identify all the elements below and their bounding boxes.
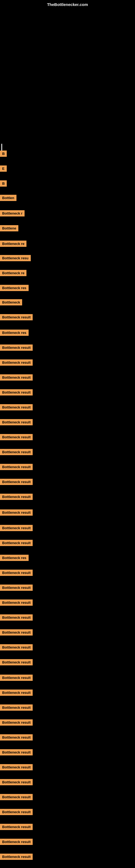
result-badge[interactable]: Bottleneck res <box>0 285 29 291</box>
result-badge[interactable]: Bottleneck re <box>0 241 27 247</box>
result-badge[interactable]: Bottleneck result <box>0 585 33 591</box>
result-row: Bottleneck result <box>0 749 33 757</box>
result-badge[interactable]: Bottleneck result <box>0 464 33 470</box>
result-badge[interactable]: Bottleneck r <box>0 210 25 216</box>
result-badge[interactable]: Bottleneck result <box>0 839 33 845</box>
result-badge[interactable]: Bottleneck result <box>0 494 33 500</box>
result-badge[interactable]: Bottleneck result <box>0 569 33 576</box>
result-row: Bottleneck result <box>0 449 33 457</box>
result-row: Bottleneck result <box>0 404 33 412</box>
result-row: Bottleneck re <box>0 270 27 278</box>
result-badge[interactable]: Bottleneck result <box>0 659 33 665</box>
result-badge[interactable]: Bottleneck result <box>0 779 33 785</box>
result-row: Bottleneck result <box>0 434 33 442</box>
result-badge[interactable]: Bottleneck result <box>0 389 33 396</box>
result-row: Bottleneck result <box>0 374 33 382</box>
result-badge[interactable]: Bottleneck result <box>0 419 33 425</box>
result-badge[interactable]: Bottleneck result <box>0 525 33 531</box>
result-badge[interactable]: Bottleneck result <box>0 764 33 770</box>
result-badge[interactable]: Bottleneck res <box>0 330 29 336</box>
result-row: Bottleneck result <box>0 569 33 578</box>
result-row: Bottleneck res <box>0 555 29 563</box>
result-row: Bottleneck result <box>0 809 33 817</box>
result-row: Bottleneck result <box>0 464 33 472</box>
result-badge[interactable]: Bottleneck result <box>0 314 33 320</box>
result-badge[interactable]: Bottleneck result <box>0 404 33 410</box>
result-badge[interactable]: Bottleneck result <box>0 705 33 711</box>
result-badge[interactable]: Bottleneck <box>0 299 22 305</box>
result-badge[interactable]: Bottleneck result <box>0 599 33 606</box>
result-badge[interactable]: Bottleneck result <box>0 854 33 860</box>
result-row: Bottleneck res <box>0 285 29 293</box>
result-row: Bottleneck result <box>0 779 33 787</box>
result-row: Bottleneck result <box>0 540 33 548</box>
result-row: Bottlene <box>0 225 18 233</box>
result-badge[interactable]: Bottleneck result <box>0 449 33 455</box>
result-badge[interactable]: E <box>0 165 7 172</box>
result-row: Bottleneck result <box>0 719 33 727</box>
result-badge[interactable]: Bottleneck result <box>0 719 33 725</box>
result-row: Bottleneck result <box>0 614 33 622</box>
result-row: Bottleneck result <box>0 764 33 772</box>
result-row: Bottleneck res <box>0 330 29 337</box>
result-badge[interactable]: Bottleneck result <box>0 644 33 650</box>
result-badge[interactable]: Bottleneck result <box>0 689 33 696</box>
result-row: Bottleneck result <box>0 479 33 487</box>
result-row: Bottleneck re <box>0 241 27 248</box>
result-row: Bottleneck result <box>0 659 33 667</box>
result-row: Bottleneck result <box>0 629 33 637</box>
result-badge[interactable]: Bottleneck result <box>0 344 33 351</box>
result-badge[interactable]: Bottleneck result <box>0 540 33 546</box>
result-badge[interactable]: Bottleneck result <box>0 809 33 815</box>
result-badge[interactable]: Bottleneck res <box>0 555 29 561</box>
result-row: Bottlen <box>0 195 16 203</box>
result-row: B <box>0 151 7 158</box>
result-row: Bottleneck result <box>0 824 33 832</box>
result-row: B <box>0 180 7 188</box>
result-row: Bottleneck result <box>0 675 33 682</box>
result-row: Bottleneck result <box>0 644 33 652</box>
result-badge[interactable]: Bottleneck re <box>0 270 27 276</box>
result-row: Bottleneck <box>0 299 22 307</box>
result-row: Bottleneck result <box>0 360 33 367</box>
result-badge[interactable]: Bottleneck result <box>0 749 33 755</box>
result-badge[interactable]: Bottleneck resu <box>0 255 31 261</box>
result-row: Bottleneck result <box>0 389 33 397</box>
result-row: Bottleneck result <box>0 794 33 802</box>
result-badge[interactable]: Bottlene <box>0 225 18 231</box>
site-title: TheBottlenecker.com <box>47 2 88 7</box>
result-badge[interactable]: Bottleneck result <box>0 629 33 636</box>
result-badge[interactable]: Bottleneck result <box>0 614 33 621</box>
result-badge[interactable]: Bottleneck result <box>0 509 33 516</box>
result-badge[interactable]: Bottleneck result <box>0 734 33 741</box>
result-row: Bottleneck result <box>0 525 33 533</box>
result-badge[interactable]: Bottleneck result <box>0 824 33 830</box>
result-row: Bottleneck resu <box>0 255 31 263</box>
result-badge[interactable]: B <box>0 151 7 157</box>
result-row: Bottleneck result <box>0 585 33 592</box>
result-row: Bottleneck result <box>0 314 33 322</box>
result-row: Bottleneck result <box>0 705 33 712</box>
result-row: Bottleneck result <box>0 734 33 742</box>
result-badge[interactable]: Bottleneck result <box>0 374 33 380</box>
result-badge[interactable]: Bottleneck result <box>0 360 33 366</box>
result-badge[interactable]: Bottlen <box>0 195 16 201</box>
result-row: Bottleneck result <box>0 419 33 427</box>
result-badge[interactable]: Bottleneck result <box>0 794 33 800</box>
result-row: E <box>0 165 7 173</box>
result-row: Bottleneck result <box>0 494 33 501</box>
result-row: Bottleneck result <box>0 839 33 846</box>
result-row: Bottleneck result <box>0 854 33 862</box>
result-badge[interactable]: Bottleneck result <box>0 479 33 485</box>
result-row: Bottleneck result <box>0 344 33 352</box>
result-badge[interactable]: Bottleneck result <box>0 434 33 440</box>
result-badge[interactable]: B <box>0 180 7 187</box>
result-row: Bottleneck r <box>0 210 25 218</box>
result-row: Bottleneck result <box>0 689 33 698</box>
result-row: Bottleneck result <box>0 509 33 517</box>
result-badge[interactable]: Bottleneck result <box>0 675 33 681</box>
result-row: Bottleneck result <box>0 599 33 607</box>
